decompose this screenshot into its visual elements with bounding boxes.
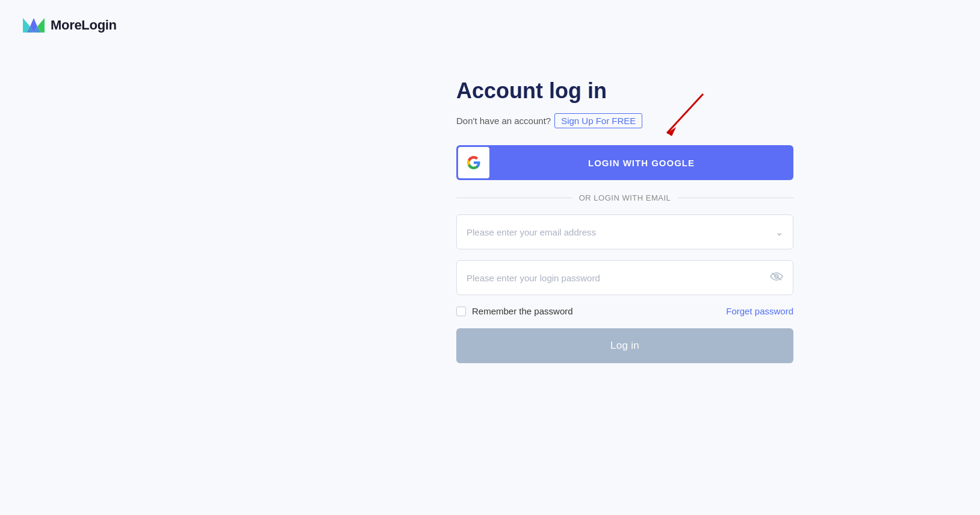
login-button[interactable]: Log in: [456, 328, 793, 363]
forget-password-link[interactable]: Forget password: [726, 306, 793, 316]
divider-line-right: [678, 198, 793, 198]
divider-text: OR LOGIN WITH EMAIL: [579, 193, 671, 202]
remember-left: Remember the password: [456, 306, 573, 316]
main-content: Account log in Don't have an account? Si…: [456, 78, 793, 363]
remember-label: Remember the password: [472, 306, 573, 316]
red-arrow-annotation: [643, 88, 715, 148]
logo: MoreLogin: [22, 14, 117, 36]
svg-line-5: [667, 94, 703, 133]
password-input[interactable]: [467, 273, 770, 283]
google-icon-box: [458, 147, 489, 178]
password-field-wrapper: [456, 260, 793, 295]
email-field-wrapper: ⌄: [456, 214, 793, 249]
remember-checkbox[interactable]: [456, 307, 466, 316]
signup-link[interactable]: Sign Up For FREE: [554, 113, 642, 128]
subtitle-text: Don't have an account?: [456, 116, 551, 126]
google-icon: [467, 155, 481, 170]
logo-text: MoreLogin: [51, 17, 117, 33]
google-button-label: LOGIN WITH GOOGLE: [489, 158, 793, 168]
divider-row: OR LOGIN WITH EMAIL: [456, 193, 793, 202]
remember-forget-row: Remember the password Forget password: [456, 306, 793, 316]
divider-line-left: [456, 198, 572, 198]
eye-icon[interactable]: [770, 272, 783, 284]
email-input[interactable]: [467, 227, 775, 237]
google-login-button[interactable]: LOGIN WITH GOOGLE: [456, 145, 793, 180]
subtitle-row: Don't have an account? Sign Up For FREE: [456, 113, 793, 128]
page-title: Account log in: [456, 78, 793, 104]
chevron-down-icon: ⌄: [775, 226, 783, 238]
logo-icon: [22, 14, 46, 36]
